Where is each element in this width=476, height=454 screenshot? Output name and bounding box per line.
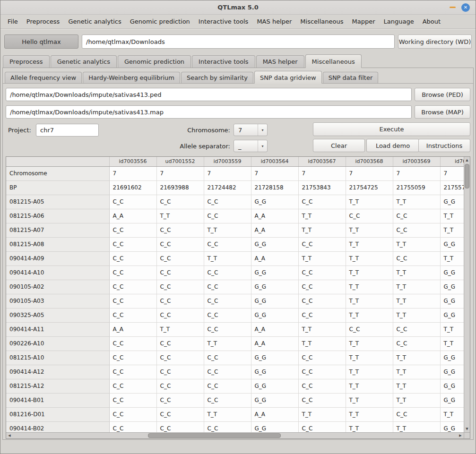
grid-cell[interactable]: A_A (251, 251, 298, 266)
grid-cell[interactable]: 7 (156, 166, 204, 180)
grid-cell[interactable]: A_A (109, 322, 156, 336)
subtab-hardy-weinberg-equilibrium[interactable]: Hardy-Weinberg equilibrium (83, 72, 180, 83)
grid-cell[interactable]: 7 (393, 166, 440, 180)
grid-cell[interactable]: C_C (393, 407, 440, 421)
grid-row-header[interactable]: 081215-A05 (6, 195, 109, 209)
grid-cell[interactable]: T_T (298, 223, 346, 237)
grid-cell[interactable]: T_T (156, 322, 204, 336)
grid-cell[interactable]: C_C (156, 421, 204, 432)
grid-cell[interactable]: G_G (440, 308, 464, 322)
grid-cell[interactable]: T_T (393, 237, 440, 251)
grid-row-header[interactable]: 090414-A11 (6, 322, 109, 336)
instructions-button[interactable]: Instructions (418, 139, 470, 152)
grid-cell[interactable]: C_C (298, 237, 346, 251)
grid-cell[interactable]: G_G (440, 379, 464, 393)
grid-row-header[interactable]: 081216-D01 (6, 407, 109, 421)
grid-column-header[interactable]: id7003567 (298, 157, 346, 166)
grid-cell[interactable]: C_C (156, 336, 204, 351)
grid-cell[interactable]: C_C (298, 393, 346, 407)
allele-separator-select[interactable]: _ ▾ (234, 140, 268, 152)
grid-cell[interactable]: 21728158 (251, 180, 298, 195)
grid-row-header[interactable]: 090414-B01 (6, 393, 109, 407)
grid-cell[interactable]: C_C (156, 407, 204, 421)
grid-cell[interactable]: T_T (393, 379, 440, 393)
grid-cell[interactable]: T_T (204, 336, 251, 351)
grid-cell[interactable]: T_T (346, 223, 393, 237)
subtab-allele-frequency-view[interactable]: Allele frequency view (5, 72, 82, 83)
grid-cell[interactable]: 7 (298, 166, 346, 180)
grid-cell[interactable]: T_T (298, 322, 346, 336)
grid-cell[interactable]: C_C (204, 393, 251, 407)
grid-cell[interactable]: T_T (346, 336, 393, 351)
minimize-icon[interactable] (450, 7, 456, 8)
grid-cell[interactable]: C_C (156, 308, 204, 322)
grid-cell[interactable]: G_G (251, 266, 298, 280)
subtab-snp-data-filter[interactable]: SNP data filter (323, 72, 379, 83)
grid-row-header[interactable]: 090105-A02 (6, 280, 109, 294)
grid-cell[interactable]: C_C (156, 280, 204, 294)
grid-cell[interactable]: T_T (346, 365, 393, 379)
grid-cell[interactable]: 21755059 (393, 180, 440, 195)
grid-cell[interactable]: 21755783 (440, 180, 464, 195)
grid-cell[interactable]: A_A (251, 407, 298, 421)
grid-cell[interactable]: C_C (393, 223, 440, 237)
working-directory-button[interactable]: Working directory (WD) (398, 34, 472, 49)
vertical-scrollbar[interactable]: ▲ ▼ (464, 157, 470, 432)
grid-cell[interactable]: T_T (393, 393, 440, 407)
grid-cell[interactable]: T_T (346, 195, 393, 209)
grid-cell[interactable]: T_T (440, 209, 464, 223)
grid-cell[interactable]: C_C (298, 421, 346, 432)
grid-cell[interactable]: A_A (109, 209, 156, 223)
horizontal-scrollbar[interactable]: ◀ ▶ (6, 432, 464, 438)
grid-cell[interactable]: T_T (393, 280, 440, 294)
grid-cell[interactable]: T_T (298, 407, 346, 421)
grid-row-header[interactable]: 090226-A10 (6, 336, 109, 351)
grid-row-header[interactable]: 081215-A12 (6, 379, 109, 393)
vertical-scrollbar-thumb[interactable] (465, 164, 469, 188)
grid-cell[interactable]: T_T (440, 407, 464, 421)
grid-cell[interactable]: 21753843 (298, 180, 346, 195)
menu-item-mas-helper[interactable]: MAS helper (252, 17, 296, 26)
grid-row-header[interactable]: 081215-A08 (6, 237, 109, 251)
grid-cell[interactable]: T_T (346, 266, 393, 280)
grid-cell[interactable]: G_G (440, 266, 464, 280)
menu-item-language[interactable]: Language (380, 17, 418, 26)
browse-map-button[interactable]: Browse (MAP) (415, 105, 470, 119)
scroll-up-icon[interactable]: ▲ (464, 157, 470, 163)
tab-genomic-prediction[interactable]: Genomic prediction (118, 55, 191, 68)
grid-cell[interactable]: C_C (109, 251, 156, 266)
grid-cell[interactable]: A_A (251, 336, 298, 351)
grid-cell[interactable]: 7 (251, 166, 298, 180)
grid-cell[interactable]: A_A (251, 322, 298, 336)
menu-item-interactive-tools[interactable]: Interactive tools (194, 17, 253, 26)
grid-cell[interactable]: T_T (204, 223, 251, 237)
grid-cell[interactable]: G_G (251, 195, 298, 209)
grid-column-header[interactable]: id7003559 (204, 157, 251, 166)
grid-cell[interactable]: T_T (393, 421, 440, 432)
grid-cell[interactable]: C_C (298, 365, 346, 379)
tab-miscellaneous[interactable]: Miscellaneous (305, 54, 362, 68)
grid-cell[interactable]: T_T (393, 308, 440, 322)
grid-cell[interactable]: T_T (346, 237, 393, 251)
grid-row-header[interactable]: 090414-A12 (6, 365, 109, 379)
grid-cell[interactable]: C_C (109, 237, 156, 251)
grid-cell[interactable]: T_T (204, 407, 251, 421)
grid-cell[interactable]: T_T (346, 351, 393, 365)
grid-column-header[interactable]: id7003 (440, 157, 464, 166)
grid-cell[interactable]: T_T (393, 294, 440, 308)
menu-item-genomic-prediction[interactable]: Genomic prediction (126, 17, 194, 26)
grid-cell[interactable]: C_C (109, 421, 156, 432)
grid-row-header[interactable]: 090414-B02 (6, 421, 109, 432)
grid-cell[interactable]: 7 (109, 166, 156, 180)
grid-column-header[interactable]: ud7001552 (156, 157, 204, 166)
grid-cell[interactable]: C_C (109, 393, 156, 407)
load-demo-button[interactable]: Load demo (366, 139, 419, 152)
grid-cell[interactable]: T_T (346, 407, 393, 421)
grid-cell[interactable]: 7 (440, 166, 464, 180)
menu-item-about[interactable]: About (418, 17, 445, 26)
grid-cell[interactable]: C_C (109, 223, 156, 237)
grid-cell[interactable]: 7 (204, 166, 251, 180)
grid-cell[interactable]: C_C (204, 237, 251, 251)
grid-cell[interactable]: G_G (251, 308, 298, 322)
grid-cell[interactable]: C_C (156, 237, 204, 251)
